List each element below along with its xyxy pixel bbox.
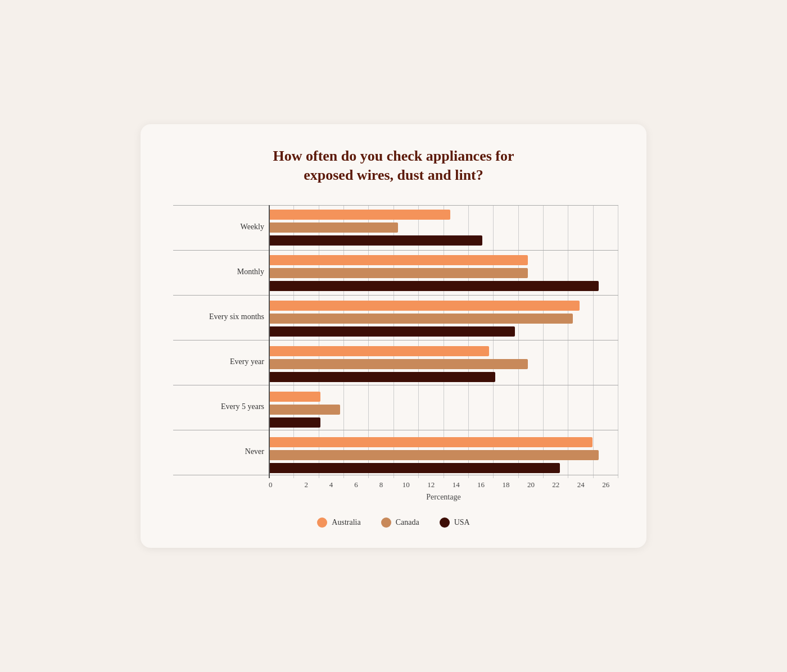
bar (269, 210, 450, 220)
x-tick-label: 2 (293, 480, 318, 489)
bar-row (269, 235, 618, 246)
x-axis-label: Percentage (269, 493, 618, 502)
bar-row (269, 358, 618, 370)
x-tick-label: 8 (369, 480, 394, 489)
bar-row (269, 222, 618, 233)
bar (269, 301, 580, 311)
bar-row (269, 313, 618, 324)
bar (269, 437, 592, 447)
bar (269, 235, 482, 246)
bar-group (269, 205, 618, 250)
legend-label: Australia (332, 518, 360, 527)
y-label: Every six months (169, 295, 264, 340)
legend-label: USA (454, 518, 470, 527)
bar-row (269, 326, 618, 337)
y-label: Weekly (169, 205, 264, 250)
x-tick-label: 20 (518, 480, 543, 489)
bar-group (269, 387, 618, 432)
bar-row (269, 437, 618, 448)
bar (269, 346, 489, 356)
bar-group (269, 433, 618, 478)
x-tick-label: 22 (544, 480, 568, 489)
y-axis-labels: WeeklyMonthlyEvery six monthsEvery yearE… (169, 205, 264, 502)
chart-title: How often do you check appliances for ex… (169, 147, 618, 185)
x-tick-labels: 02468101214161820222426 (269, 480, 618, 489)
bar-row (269, 280, 618, 292)
bar (269, 359, 528, 369)
bar-row (269, 346, 618, 357)
bar (269, 326, 515, 337)
grid-and-bars (269, 205, 618, 478)
x-tick-label: 12 (419, 480, 444, 489)
x-tick-label: 10 (394, 480, 418, 489)
x-tick-label: 24 (568, 480, 593, 489)
bar-group (269, 342, 618, 387)
bar (269, 223, 398, 233)
legend-item: Canada (381, 517, 419, 528)
y-label: Monthly (169, 250, 264, 295)
legend-color-swatch (440, 517, 450, 528)
x-tick-label: 26 (593, 480, 618, 489)
x-tick-label: 16 (468, 480, 493, 489)
bar-row (269, 371, 618, 383)
legend-color-swatch (317, 517, 327, 528)
bar-row (269, 449, 618, 461)
x-tick-label: 18 (494, 480, 518, 489)
bar-row (269, 300, 618, 311)
bar (269, 463, 560, 473)
x-tick-label: 4 (319, 480, 343, 489)
y-label: Every year (169, 340, 264, 385)
bar-row (269, 255, 618, 266)
x-tick-label: 6 (343, 480, 368, 489)
bar-group (269, 296, 618, 341)
legend: AustraliaCanadaUSA (169, 517, 618, 528)
bar-group (269, 251, 618, 296)
x-axis-area: 02468101214161820222426 Percentage (269, 480, 618, 502)
legend-color-swatch (381, 517, 391, 528)
chart-area: WeeklyMonthlyEvery six monthsEvery yearE… (169, 205, 618, 502)
bar (269, 450, 599, 460)
bar (269, 268, 528, 278)
bar-row (269, 462, 618, 474)
bar (269, 392, 320, 402)
chart-container: How often do you check appliances for ex… (141, 124, 646, 548)
bar-row (269, 267, 618, 279)
bar-row (269, 417, 618, 428)
bar-row (269, 391, 618, 402)
bar (269, 372, 495, 382)
legend-item: Australia (317, 517, 360, 528)
legend-item: USA (440, 517, 470, 528)
bar (269, 281, 599, 291)
plot-area: 02468101214161820222426 Percentage (269, 205, 618, 502)
legend-label: Canada (396, 518, 419, 527)
bar (269, 417, 320, 428)
bar (269, 255, 528, 265)
x-tick-label: 14 (444, 480, 468, 489)
y-label: Every 5 years (169, 385, 264, 430)
bar-row (269, 209, 618, 220)
bar-row (269, 404, 618, 415)
y-label: Never (169, 430, 264, 475)
x-tick-label: 0 (269, 480, 293, 489)
bar (269, 314, 573, 324)
bar (269, 405, 340, 415)
bars-container (269, 205, 618, 478)
